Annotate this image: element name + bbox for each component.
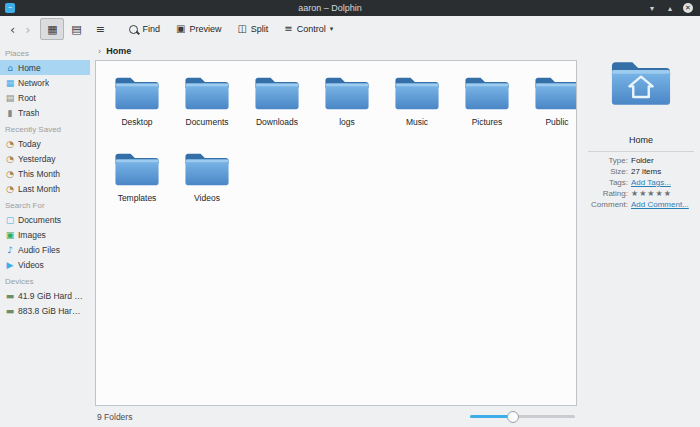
center-column: › Home Desktop Documents Downloads [90, 42, 582, 427]
sidebar-item-documents[interactable]: ▢Documents [0, 212, 90, 227]
zoom-slider-thumb[interactable] [507, 411, 519, 423]
folder-icon [114, 73, 160, 115]
breadcrumb: › Home [95, 42, 577, 60]
sidebar-item-label: Yesterday [18, 154, 56, 164]
folder-item-pictures[interactable]: Pictures [452, 73, 522, 139]
info-field-value[interactable]: Add Comment... [631, 200, 689, 209]
section-header-places: Places [0, 44, 90, 60]
audio-files-icon: ♪ [5, 245, 15, 255]
info-field-value[interactable]: Add Tags... [631, 178, 671, 187]
documents-icon: ▢ [5, 215, 15, 225]
section-header-devices: Devices [0, 272, 90, 288]
network-icon: ▦ [5, 78, 15, 88]
sidebar-item-label: Root [18, 93, 36, 103]
folder-label: Downloads [256, 117, 298, 127]
folder-item-logs[interactable]: logs [312, 73, 382, 139]
folder-label: Templates [118, 193, 157, 203]
forward-icon[interactable]: › [21, 23, 34, 36]
sidebar-item-label: Home [18, 63, 41, 73]
home-icon: ⌂ [5, 63, 15, 73]
sidebar-item-label: Videos [18, 260, 44, 270]
folder-label: Videos [194, 193, 220, 203]
sidebar-item-home[interactable]: ⌂Home [0, 60, 90, 75]
sidebar-item-label: Documents [18, 215, 61, 225]
folder-icon [254, 73, 300, 115]
info-field-comment: Comment:Add Comment... [588, 200, 694, 209]
sidebar-item-root[interactable]: ▤Root [0, 90, 90, 105]
find-label: Find [142, 24, 160, 34]
sidebar-item-network[interactable]: ▦Network [0, 75, 90, 90]
root-icon: ▤ [5, 93, 15, 103]
sidebar-item-last-month[interactable]: ◔Last Month [0, 181, 90, 196]
info-item-name: Home [629, 135, 653, 145]
split-label: Split [251, 24, 269, 34]
info-field-label: Size: [588, 167, 628, 176]
folder-icon [534, 73, 577, 115]
folder-item-music[interactable]: Music [382, 73, 452, 139]
info-field-label: Tags: [588, 178, 628, 187]
sidebar-item-videos[interactable]: ▶Videos [0, 257, 90, 272]
icons-view-icon: ▦ [47, 23, 57, 36]
videos-icon: ▶ [5, 260, 15, 270]
information-panel: Home Type:FolderSize:27 itemsTags:Add Ta… [582, 42, 700, 427]
calendar-lastmonth-icon: ◔ [5, 184, 15, 194]
hard-drive-icon: ▬ [5, 291, 15, 301]
details-view-button[interactable]: ≡ [88, 18, 112, 40]
sidebar-item-883-8-gib-hard-drive[interactable]: ▬883.8 GiB Hard Drive [0, 303, 90, 318]
sidebar-item-label: Today [18, 139, 41, 149]
folder-item-public[interactable]: Public [522, 73, 577, 139]
toolbar: ‹ › ▦ ▤ ≡ Find ▣ Preview ◫ Split ≡ Contr… [0, 16, 700, 42]
search-icon [129, 25, 138, 34]
folder-icon [464, 73, 510, 115]
folder-label: Documents [186, 117, 229, 127]
close-button[interactable]: ✕ [681, 2, 695, 14]
folder-item-documents[interactable]: Documents [172, 73, 242, 139]
folder-view: Desktop Documents Downloads logs Music [95, 60, 577, 406]
breadcrumb-home[interactable]: Home [106, 46, 131, 56]
sidebar-item-images[interactable]: ▣Images [0, 227, 90, 242]
preview-button[interactable]: ▣ Preview [169, 21, 228, 37]
sidebar-item-label: 883.8 GiB Hard Drive [18, 306, 85, 316]
folder-item-templates[interactable]: Templates [102, 149, 172, 215]
info-field-value: ★★★★★ [631, 189, 672, 198]
info-divider [588, 151, 694, 152]
sidebar-item-today[interactable]: ◔Today [0, 136, 90, 151]
compact-view-button[interactable]: ▤ [64, 18, 88, 40]
folder-icon [324, 73, 370, 115]
preview-label: Preview [189, 24, 221, 34]
statusbar-count: 9 Folders [97, 412, 132, 422]
sidebar-item-trash[interactable]: ▮Trash [0, 105, 90, 120]
find-button[interactable]: Find [122, 21, 167, 37]
sidebar-item-label: Trash [18, 108, 39, 118]
back-icon[interactable]: ‹ [6, 23, 19, 36]
sidebar-item-this-month[interactable]: ◔This Month [0, 166, 90, 181]
sidebar-item-label: 41.9 GiB Hard Drive [18, 291, 85, 301]
titlebar: ~ aaron – Dolphin ▾ ▴ ✕ [0, 0, 700, 16]
folder-item-downloads[interactable]: Downloads [242, 73, 312, 139]
sidebar-item-audio-files[interactable]: ♪Audio Files [0, 242, 90, 257]
maximize-icon[interactable]: ▴ [663, 2, 677, 14]
preview-icon: ▣ [176, 24, 185, 34]
sidebar-item-label: This Month [18, 169, 60, 179]
icons-view-button[interactable]: ▦ [40, 18, 64, 40]
app-icon: ~ [5, 3, 15, 13]
control-label: Control [297, 24, 326, 34]
info-field-value: 27 items [631, 167, 661, 176]
zoom-slider-fill [470, 415, 512, 418]
folder-item-desktop[interactable]: Desktop [102, 73, 172, 139]
control-button[interactable]: ≡ Control ▾ [277, 21, 340, 37]
minimize-icon[interactable]: ▾ [645, 2, 659, 14]
info-field-label: Comment: [588, 200, 628, 209]
view-mode-group: ▦ ▤ ≡ [40, 18, 112, 40]
folder-label: Pictures [472, 117, 503, 127]
folder-item-videos[interactable]: Videos [172, 149, 242, 215]
sidebar-item-label: Last Month [18, 184, 60, 194]
sidebar-item-yesterday[interactable]: ◔Yesterday [0, 151, 90, 166]
details-view-icon: ≡ [96, 23, 105, 36]
split-button[interactable]: ◫ Split [230, 21, 275, 37]
split-icon: ◫ [237, 24, 246, 34]
sidebar-item-41-9-gib-hard-drive[interactable]: ▬41.9 GiB Hard Drive [0, 288, 90, 303]
folder-label: Public [545, 117, 568, 127]
zoom-slider[interactable] [470, 411, 575, 423]
info-folder-preview [610, 56, 672, 111]
